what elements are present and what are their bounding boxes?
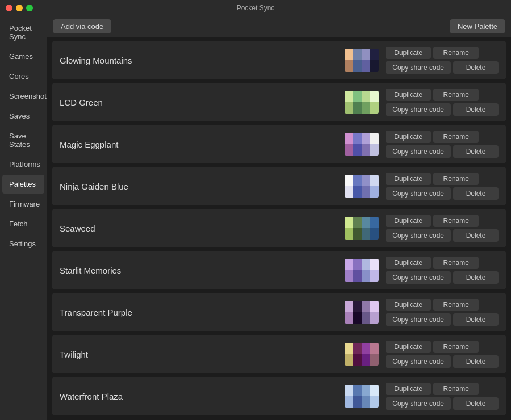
rename-button[interactable]: Rename <box>433 131 479 143</box>
delete-button[interactable]: Delete <box>453 271 499 284</box>
action-row-bottom: Copy share codeDelete <box>386 145 499 158</box>
rename-button[interactable]: Rename <box>433 47 479 59</box>
palette-preview <box>345 133 379 156</box>
sidebar-item-cores[interactable]: Cores <box>2 67 44 86</box>
delete-button[interactable]: Delete <box>453 397 499 410</box>
copy-share-code-button[interactable]: Copy share code <box>386 145 451 158</box>
palette-name: Twilight <box>60 350 338 359</box>
rename-button[interactable]: Rename <box>433 215 479 227</box>
sidebar-item-pocket-sync[interactable]: Pocket Sync <box>2 19 44 46</box>
palette-row: SeaweedDuplicateRenameCopy share codeDel… <box>52 209 506 247</box>
minimize-button[interactable] <box>16 5 23 11</box>
action-row-bottom: Copy share codeDelete <box>386 271 499 284</box>
action-row-bottom: Copy share codeDelete <box>386 229 499 242</box>
action-row-top: DuplicateRename <box>386 341 499 353</box>
copy-share-code-button[interactable]: Copy share code <box>386 397 451 410</box>
action-row-bottom: Copy share codeDelete <box>386 187 499 200</box>
palette-actions: DuplicateRenameCopy share codeDelete <box>386 257 499 284</box>
palette-preview <box>345 385 379 408</box>
action-row-bottom: Copy share codeDelete <box>386 313 499 326</box>
action-row-bottom: Copy share codeDelete <box>386 61 499 74</box>
palette-name: Waterfront Plaza <box>60 392 338 401</box>
duplicate-button[interactable]: Duplicate <box>386 131 431 143</box>
delete-button[interactable]: Delete <box>453 355 499 368</box>
rename-button[interactable]: Rename <box>433 299 479 311</box>
delete-button[interactable]: Delete <box>453 103 499 116</box>
copy-share-code-button[interactable]: Copy share code <box>386 271 451 284</box>
action-row-top: DuplicateRename <box>386 299 499 311</box>
palette-actions: DuplicateRenameCopy share codeDelete <box>386 131 499 158</box>
copy-share-code-button[interactable]: Copy share code <box>386 313 451 326</box>
palette-actions: DuplicateRenameCopy share codeDelete <box>386 47 499 74</box>
rename-button[interactable]: Rename <box>433 173 479 185</box>
palette-actions: DuplicateRenameCopy share codeDelete <box>386 215 499 242</box>
palette-name: Magic Eggplant <box>60 140 338 149</box>
duplicate-button[interactable]: Duplicate <box>386 299 431 311</box>
palette-actions: DuplicateRenameCopy share codeDelete <box>386 299 499 326</box>
delete-button[interactable]: Delete <box>453 229 499 242</box>
sidebar-item-palettes[interactable]: Palettes <box>2 175 44 194</box>
title-bar: Pocket Sync <box>0 0 511 16</box>
sidebar: Pocket SyncGamesCoresScreenshotsSavesSav… <box>0 16 47 420</box>
sidebar-item-firmware[interactable]: Firmware <box>2 195 44 213</box>
sidebar-item-settings[interactable]: Settings <box>2 234 44 253</box>
copy-share-code-button[interactable]: Copy share code <box>386 103 451 116</box>
duplicate-button[interactable]: Duplicate <box>386 47 431 59</box>
palette-preview <box>345 259 379 282</box>
palette-actions: DuplicateRenameCopy share codeDelete <box>386 341 499 368</box>
app-body: Pocket SyncGamesCoresScreenshotsSavesSav… <box>0 16 511 420</box>
rename-button[interactable]: Rename <box>433 257 479 269</box>
action-row-top: DuplicateRename <box>386 215 499 227</box>
window-title: Pocket Sync <box>237 4 275 12</box>
sidebar-item-save-states[interactable]: Save States <box>2 127 44 154</box>
rename-button[interactable]: Rename <box>433 341 479 353</box>
close-button[interactable] <box>6 5 12 11</box>
sidebar-item-platforms[interactable]: Platforms <box>2 155 44 174</box>
action-row-top: DuplicateRename <box>386 47 499 59</box>
sidebar-item-games[interactable]: Games <box>2 47 44 66</box>
delete-button[interactable]: Delete <box>453 187 499 200</box>
sidebar-item-fetch[interactable]: Fetch <box>2 215 44 233</box>
palette-preview <box>345 175 379 198</box>
delete-button[interactable]: Delete <box>453 313 499 326</box>
maximize-button[interactable] <box>26 5 33 11</box>
sidebar-item-screenshots[interactable]: Screenshots <box>2 87 44 106</box>
palette-name: Ninja Gaiden Blue <box>60 182 338 191</box>
action-row-top: DuplicateRename <box>386 131 499 143</box>
duplicate-button[interactable]: Duplicate <box>386 215 431 227</box>
duplicate-button[interactable]: Duplicate <box>386 257 431 269</box>
palette-preview <box>345 301 379 324</box>
palette-row: Ninja Gaiden BlueDuplicateRenameCopy sha… <box>52 167 506 205</box>
palette-row: LCD GreenDuplicateRenameCopy share codeD… <box>52 83 506 121</box>
delete-button[interactable]: Delete <box>453 145 499 158</box>
delete-button[interactable]: Delete <box>453 61 499 74</box>
copy-share-code-button[interactable]: Copy share code <box>386 355 451 368</box>
toolbar: Add via code New Palette <box>47 16 511 37</box>
action-row-top: DuplicateRename <box>386 89 499 101</box>
new-palette-button[interactable]: New Palette <box>450 19 505 33</box>
duplicate-button[interactable]: Duplicate <box>386 383 431 395</box>
action-row-top: DuplicateRename <box>386 383 499 395</box>
action-row-bottom: Copy share codeDelete <box>386 397 499 410</box>
palette-list: Glowing MountainsDuplicateRenameCopy sha… <box>47 37 511 420</box>
copy-share-code-button[interactable]: Copy share code <box>386 187 451 200</box>
palette-name: Seaweed <box>60 224 338 233</box>
action-row-top: DuplicateRename <box>386 173 499 185</box>
copy-share-code-button[interactable]: Copy share code <box>386 61 451 74</box>
rename-button[interactable]: Rename <box>433 383 479 395</box>
palette-preview <box>345 343 379 366</box>
palette-row: Waterfront PlazaDuplicateRenameCopy shar… <box>52 377 506 415</box>
palette-row: Transparent PurpleDuplicateRenameCopy sh… <box>52 293 506 331</box>
rename-button[interactable]: Rename <box>433 89 479 101</box>
palette-preview <box>345 91 379 114</box>
sidebar-item-saves[interactable]: Saves <box>2 107 44 125</box>
palette-row: TwilightDuplicateRenameCopy share codeDe… <box>52 335 506 373</box>
duplicate-button[interactable]: Duplicate <box>386 341 431 353</box>
copy-share-code-button[interactable]: Copy share code <box>386 229 451 242</box>
duplicate-button[interactable]: Duplicate <box>386 89 431 101</box>
add-via-code-button[interactable]: Add via code <box>53 19 111 33</box>
palette-row: Starlit MemoriesDuplicateRenameCopy shar… <box>52 251 506 289</box>
action-row-bottom: Copy share codeDelete <box>386 355 499 368</box>
palette-name: Starlit Memories <box>60 266 338 275</box>
duplicate-button[interactable]: Duplicate <box>386 173 431 185</box>
